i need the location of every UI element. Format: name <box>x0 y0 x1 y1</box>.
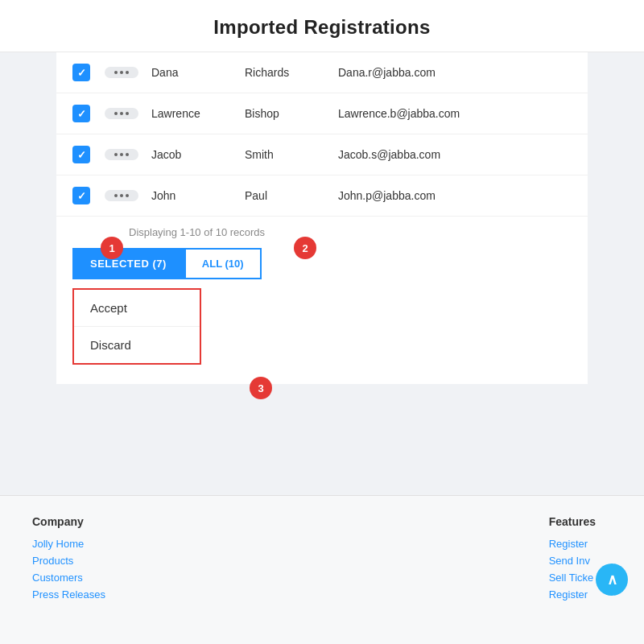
scroll-to-top-button[interactable] <box>596 564 628 596</box>
last-name-jacob: Smith <box>245 148 325 161</box>
badge-3: 3 <box>250 377 272 399</box>
dot <box>126 153 129 156</box>
first-name-jacob: Jacob <box>151 148 232 161</box>
footer-link-customers[interactable]: Customers <box>32 572 105 584</box>
table-row: Jacob Smith Jacob.s@jabba.com <box>56 134 588 175</box>
checkbox-john[interactable] <box>72 187 90 204</box>
selection-area: 1 2 SELECTED (7) ALL (10) Accept Discard… <box>56 248 588 287</box>
dot <box>114 194 118 197</box>
table-row: John Paul John.p@jabba.com <box>56 175 588 217</box>
dot <box>126 194 129 197</box>
last-name-lawrence: Bishop <box>245 107 325 120</box>
footer-link-register2[interactable]: Register <box>549 588 596 601</box>
table-row: Dana Richards Dana.r@jabba.com <box>56 52 588 93</box>
accept-option[interactable]: Accept <box>74 290 200 327</box>
first-name-lawrence: Lawrence <box>151 107 232 120</box>
discard-option[interactable]: Discard <box>74 327 200 363</box>
dot <box>120 112 123 115</box>
first-name-dana: Dana <box>151 66 232 79</box>
footer-link-products[interactable]: Products <box>32 555 105 567</box>
dot <box>114 71 118 74</box>
dropdown-menu: Accept Discard <box>72 288 201 365</box>
pagination-info: Displaying 1-10 of 10 records <box>113 217 531 248</box>
table-container: Dana Richards Dana.r@jabba.com Lawrence … <box>56 52 588 248</box>
footer-link-jolly-home[interactable]: Jolly Home <box>32 538 105 550</box>
last-name-dana: Richards <box>245 66 325 79</box>
email-jacob: Jacob.s@jabba.com <box>338 148 440 161</box>
dot <box>120 194 123 197</box>
email-john: John.p@jabba.com <box>338 189 436 202</box>
dot <box>126 71 129 74</box>
footer: Company Jolly Home Products Customers Pr… <box>0 495 644 644</box>
footer-company-heading: Company <box>32 515 105 528</box>
footer-company-col: Company Jolly Home Products Customers Pr… <box>32 515 105 605</box>
footer-link-send-inv[interactable]: Send Inv <box>549 555 596 567</box>
checkbox-lawrence[interactable] <box>72 105 90 122</box>
last-name-john: Paul <box>245 189 325 202</box>
selected-button[interactable]: SELECTED (7) <box>72 248 184 279</box>
footer-columns: Company Jolly Home Products Customers Pr… <box>0 515 644 605</box>
all-button[interactable]: ALL (10) <box>184 248 262 279</box>
dot <box>114 112 118 115</box>
action-menu-lawrence[interactable] <box>105 108 138 119</box>
action-menu-dana[interactable] <box>105 67 138 78</box>
email-dana: Dana.r@jabba.com <box>338 66 436 79</box>
footer-features-heading: Features <box>549 515 596 528</box>
page-title: Imported Registrations <box>0 16 644 39</box>
dot <box>114 153 118 156</box>
first-name-john: John <box>151 189 232 202</box>
action-menu-john[interactable] <box>105 190 138 201</box>
badge-1: 1 <box>101 237 123 259</box>
email-lawrence: Lawrence.b@jabba.com <box>338 107 460 120</box>
dot <box>120 153 123 156</box>
footer-link-sell-ticke[interactable]: Sell Ticke <box>549 572 596 584</box>
footer-link-press-releases[interactable]: Press Releases <box>32 588 105 601</box>
page-header: Imported Registrations <box>0 0 644 52</box>
dot <box>126 112 129 115</box>
selection-buttons: SELECTED (7) ALL (10) <box>72 248 572 279</box>
action-menu-jacob[interactable] <box>105 149 138 160</box>
badge-2: 2 <box>294 237 316 259</box>
table-row: Lawrence Bishop Lawrence.b@jabba.com <box>56 93 588 134</box>
checkbox-jacob[interactable] <box>72 146 90 163</box>
footer-link-register1[interactable]: Register <box>549 538 596 550</box>
dot <box>120 71 123 74</box>
checkbox-dana[interactable] <box>72 64 90 81</box>
